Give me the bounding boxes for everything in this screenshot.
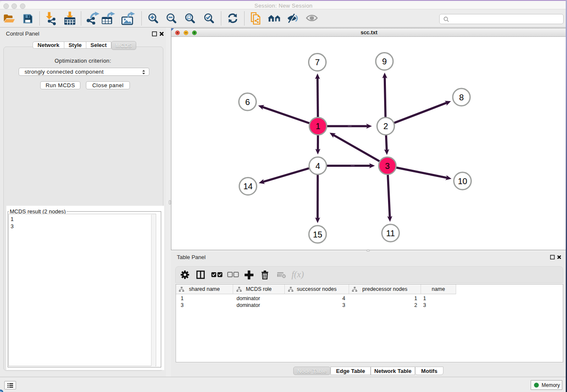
svg-text:14: 14 bbox=[243, 182, 253, 191]
svg-text:4: 4 bbox=[315, 161, 320, 171]
svg-text:1: 1 bbox=[316, 121, 320, 131]
svg-text:15: 15 bbox=[313, 230, 322, 239]
svg-text:10: 10 bbox=[458, 177, 467, 186]
svg-text:2: 2 bbox=[383, 121, 388, 131]
svg-text:9: 9 bbox=[382, 57, 387, 66]
svg-text:8: 8 bbox=[459, 93, 464, 102]
svg-text:11: 11 bbox=[386, 229, 395, 238]
svg-text:6: 6 bbox=[245, 97, 250, 107]
svg-text:7: 7 bbox=[315, 58, 319, 67]
svg-text:3: 3 bbox=[385, 161, 390, 171]
